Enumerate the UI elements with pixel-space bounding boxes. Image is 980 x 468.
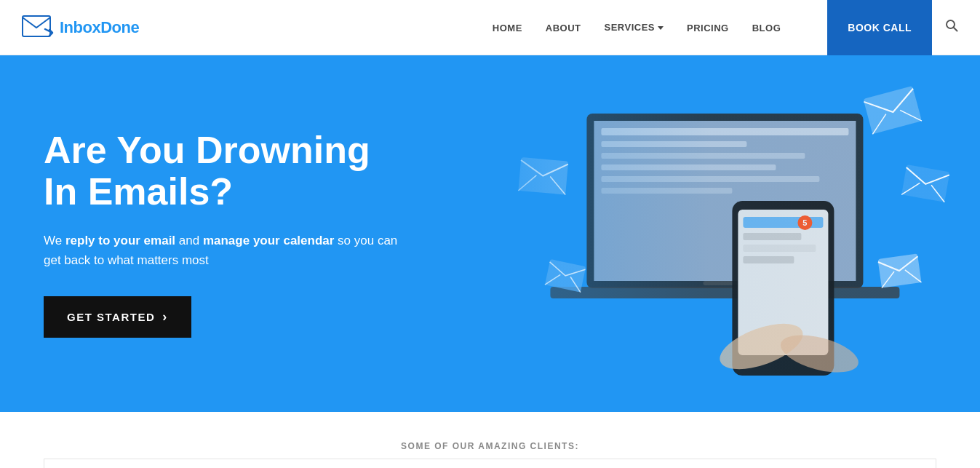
nav-blog[interactable]: BLOG	[752, 23, 781, 33]
hero-section: Are You Drowning In Emails? We reply to …	[0, 55, 980, 412]
nav-links: HOME ABOUT SERVICES PRICING BLOG BOOK CA…	[493, 0, 932, 55]
logo-icon	[22, 15, 54, 40]
clients-label: SOME OF OUR AMAZING CLIENTS:	[0, 427, 980, 459]
search-icon[interactable]	[945, 19, 958, 36]
svg-rect-0	[23, 16, 50, 36]
book-call-button[interactable]: BOOK CALL	[827, 0, 932, 55]
clients-logos: BOLTON Electric Bikes BACKSTAGE CAPITAL …	[44, 459, 936, 468]
nav-home[interactable]: HOME	[493, 23, 522, 33]
get-started-button[interactable]: GET STARTED ›	[44, 296, 191, 338]
hero-subtitle: We reply to your email and manage your c…	[44, 231, 407, 270]
hero-content: Are You Drowning In Emails? We reply to …	[0, 86, 451, 381]
nav-services[interactable]: SERVICES	[605, 22, 664, 33]
logo-text: InboxDone	[60, 18, 139, 37]
arrow-icon: ›	[162, 309, 168, 325]
logo[interactable]: InboxDone	[22, 15, 139, 40]
clients-section: SOME OF OUR AMAZING CLIENTS: BOLTON Elec…	[0, 412, 980, 468]
hero-title: Are You Drowning In Emails?	[44, 130, 407, 213]
nav-about[interactable]: ABOUT	[546, 23, 581, 33]
chevron-down-icon	[658, 26, 664, 30]
navigation: InboxDone HOME ABOUT SERVICES PRICING BL…	[0, 0, 980, 55]
hero-illustration-area: 5	[441, 55, 980, 412]
nav-pricing[interactable]: PRICING	[687, 23, 729, 33]
svg-line-2	[954, 28, 957, 31]
